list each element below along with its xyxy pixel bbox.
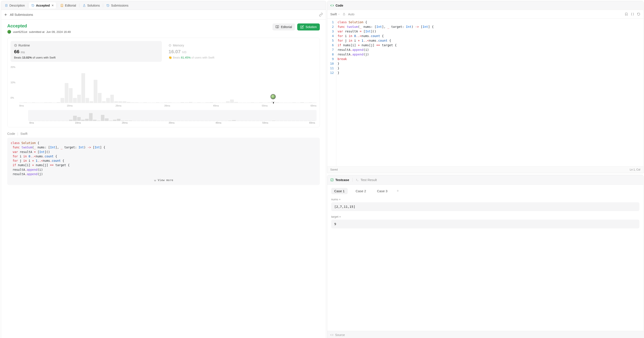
chevron-down-icon: [154, 179, 156, 182]
clap-icon: 👏: [168, 56, 172, 59]
lang-label: Swift: [330, 12, 337, 16]
source-footer[interactable]: Source: [327, 331, 643, 338]
nums-input[interactable]: [2,7,11,15]: [331, 202, 640, 211]
runtime-unit: ms: [20, 50, 25, 54]
svg-rect-20: [343, 14, 345, 15]
book-open-icon: [276, 25, 279, 29]
code-section-header: Code | Swift: [7, 132, 320, 135]
testcase-pane: Testcase Test Result Case 1Case 2Case 3+…: [327, 175, 644, 338]
metric-label: Runtime: [18, 44, 30, 47]
tab-label: Editorial: [65, 4, 76, 7]
case-tab-3[interactable]: Case 3: [374, 188, 391, 194]
tab-label: Solutions: [87, 4, 100, 7]
submitted-at: Jun 09, 2024 16:49: [46, 30, 71, 33]
code-header-title: Code: [336, 4, 343, 7]
runtime-chart: 20%10%0% 8ms18ms28ms39ms49ms59ms69ms 8ms…: [10, 66, 316, 124]
tab-divider: [57, 3, 57, 7]
beats-prefix: Beats: [14, 56, 21, 59]
testcase-header: Testcase Test Result: [327, 175, 643, 185]
tab-editorial[interactable]: Editorial: [58, 2, 78, 8]
runtime-beats-pct: 13.02%: [22, 56, 32, 59]
tab-submissions[interactable]: Submissions: [104, 2, 130, 8]
language-selector[interactable]: Swift: [330, 12, 340, 16]
code-icon: [330, 4, 334, 7]
code-toolbar: Swift Auto: [327, 10, 643, 19]
solution-button[interactable]: Solution: [297, 23, 320, 30]
button-label: Editorial: [281, 25, 292, 29]
braces-icon[interactable]: [630, 12, 634, 16]
close-icon[interactable]: ✕: [52, 4, 54, 7]
history-icon: [31, 4, 35, 7]
memory-tile[interactable]: Memory 16.07 MB 👏 Beats 81.45% of users …: [165, 41, 316, 62]
target-input[interactable]: 9: [331, 220, 640, 228]
memory-beats-pct: 81.45%: [181, 56, 190, 59]
chart-bars[interactable]: [19, 66, 316, 103]
terminal-icon: [356, 178, 359, 182]
target-label: target =: [331, 215, 640, 218]
status-title: Accepted: [7, 23, 71, 28]
chart-brush[interactable]: [28, 110, 316, 121]
chart-user-avatar[interactable]: [270, 94, 276, 99]
link-icon[interactable]: [319, 13, 323, 17]
left-tabs-bar: Description Accepted ✕ Editorial: [1, 1, 326, 10]
auto-label[interactable]: Auto: [348, 12, 354, 16]
code-label: Code: [7, 132, 15, 135]
source-label: Source: [335, 333, 345, 337]
reset-icon[interactable]: [637, 12, 640, 16]
tab-divider: [103, 3, 103, 7]
beats-suffix: of users with Swift: [33, 56, 56, 59]
submitted-prefix: submitted at: [29, 30, 44, 33]
tab-label: Testcase: [336, 178, 349, 182]
view-more-label: View more: [158, 178, 173, 182]
flask-icon: [82, 4, 86, 7]
tab-solutions[interactable]: Solutions: [80, 2, 102, 8]
username[interactable]: user6251ot: [13, 30, 27, 33]
metric-label: Memory: [173, 44, 184, 47]
check-square-icon: [330, 178, 334, 182]
document-icon: [4, 4, 8, 7]
editorial-button[interactable]: Editorial: [272, 23, 295, 30]
runtime-tile[interactable]: Runtime 66 ms Beats 13.02% of users with…: [10, 41, 162, 62]
tab-divider: [28, 3, 28, 7]
beats-prefix: Beats: [173, 56, 180, 59]
editor-status-bar: Saved Ln 1, Col: [327, 166, 643, 173]
runtime-value: 66: [14, 49, 19, 54]
nums-label: nums =: [331, 198, 640, 201]
tab-description[interactable]: Description: [2, 2, 27, 8]
add-case-button[interactable]: +: [395, 189, 400, 193]
memory-value: 16.07: [168, 49, 180, 54]
code-lang: Swift: [20, 132, 28, 135]
case-tab-2[interactable]: Case 2: [352, 188, 369, 194]
tab-test-result[interactable]: Test Result: [356, 178, 377, 182]
svg-rect-21: [331, 179, 333, 181]
code-header: Code: [327, 1, 643, 10]
sub-header: All Submissions: [1, 10, 326, 19]
view-more-button[interactable]: View more: [11, 176, 316, 183]
tab-accepted[interactable]: Accepted ✕: [29, 2, 56, 8]
svg-rect-11: [169, 45, 171, 46]
case-tab-1[interactable]: Case 1: [331, 188, 348, 194]
chip-icon: [168, 44, 172, 47]
lock-icon: [342, 13, 346, 15]
edit-icon: [300, 25, 304, 29]
submitted-info: user6251ot submitted at Jun 09, 2024 16:…: [7, 30, 71, 34]
avatar[interactable]: [7, 30, 11, 34]
tab-testcase[interactable]: Testcase: [330, 178, 349, 182]
code-editor-pane: Code Swift Auto: [327, 1, 644, 173]
memory-unit: MB: [182, 50, 186, 54]
svg-line-8: [108, 5, 108, 6]
breadcrumb-title[interactable]: All Submissions: [10, 13, 33, 16]
submitted-code-block: class Solution { func twoSum(_ nums: [In…: [7, 138, 320, 185]
clock-icon: [14, 44, 17, 47]
cursor-position: Ln 1, Col: [630, 168, 640, 171]
book-icon: [60, 4, 64, 7]
back-icon[interactable]: [4, 13, 8, 16]
beats-suffix: of users with Swift: [192, 56, 214, 59]
tab-label: Accepted: [36, 4, 50, 7]
bookmark-icon[interactable]: [624, 12, 628, 16]
code-editor[interactable]: 123456789101112 class Solution {func two…: [327, 19, 643, 166]
tab-label: Submissions: [111, 4, 128, 7]
code-icon: [330, 334, 334, 337]
metrics-card: Runtime 66 ms Beats 13.02% of users with…: [7, 38, 320, 127]
tab-divider: [79, 3, 80, 7]
